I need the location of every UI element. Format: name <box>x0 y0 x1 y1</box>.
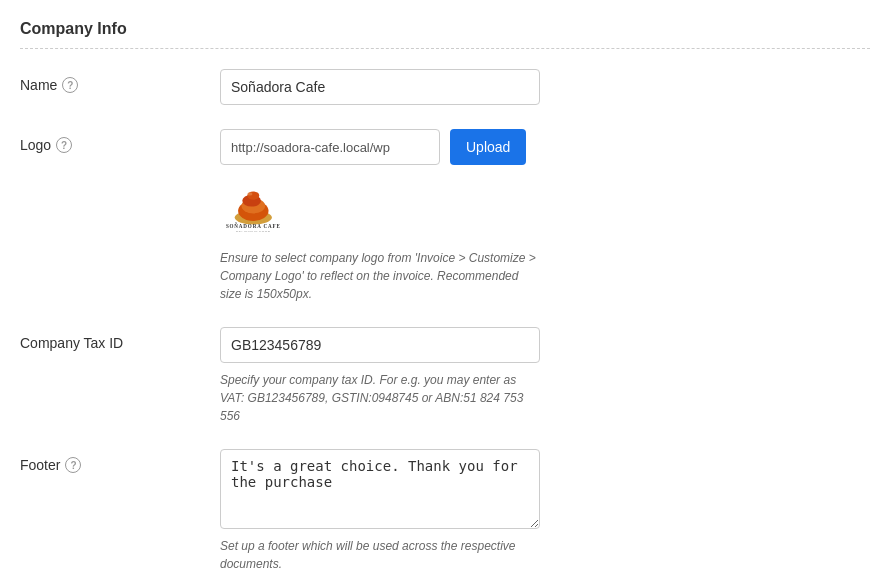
name-help-icon[interactable]: ? <box>62 77 78 93</box>
tax-id-label-text: Company Tax ID <box>20 335 123 351</box>
footer-label: Footer ? <box>20 449 220 473</box>
logo-help-text: Ensure to select company logo from 'Invo… <box>220 249 540 303</box>
cafe-logo-image: SOÑADORA CAFE DELICIOUS FOOD <box>220 177 290 232</box>
tax-id-row: Company Tax ID Specify your company tax … <box>20 327 870 425</box>
logo-row: Logo ? Upload <box>20 129 870 303</box>
name-field-content <box>220 69 860 105</box>
tax-id-input[interactable] <box>220 327 540 363</box>
logo-field-content: Upload SOÑADORA CAFE DEL <box>220 129 860 303</box>
tax-id-field-content: Specify your company tax ID. For e.g. yo… <box>220 327 860 425</box>
section-title: Company Info <box>20 20 870 49</box>
name-input[interactable] <box>220 69 540 105</box>
upload-button[interactable]: Upload <box>450 129 526 165</box>
footer-row: Footer ? It's a great choice. Thank you … <box>20 449 870 573</box>
svg-point-5 <box>247 192 252 195</box>
footer-help-icon[interactable]: ? <box>65 457 81 473</box>
logo-label-text: Logo <box>20 137 51 153</box>
svg-text:SOÑADORA CAFE: SOÑADORA CAFE <box>226 222 281 229</box>
name-label-text: Name <box>20 77 57 93</box>
name-row: Name ? <box>20 69 870 105</box>
name-label: Name ? <box>20 69 220 93</box>
svg-text:DELICIOUS FOOD: DELICIOUS FOOD <box>236 231 271 232</box>
footer-field-content: It's a great choice. Thank you for the p… <box>220 449 860 573</box>
footer-help-text: Set up a footer which will be used acros… <box>220 537 540 573</box>
logo-url-input[interactable] <box>220 129 440 165</box>
logo-preview: SOÑADORA CAFE DELICIOUS FOOD <box>220 177 860 235</box>
tax-id-help-text: Specify your company tax ID. For e.g. yo… <box>220 371 540 425</box>
tax-id-label: Company Tax ID <box>20 327 220 351</box>
logo-label: Logo ? <box>20 129 220 153</box>
footer-textarea[interactable]: It's a great choice. Thank you for the p… <box>220 449 540 529</box>
page-container: Company Info Name ? Logo ? Upload <box>0 0 890 587</box>
logo-input-row: Upload <box>220 129 860 165</box>
footer-label-text: Footer <box>20 457 60 473</box>
logo-help-icon[interactable]: ? <box>56 137 72 153</box>
